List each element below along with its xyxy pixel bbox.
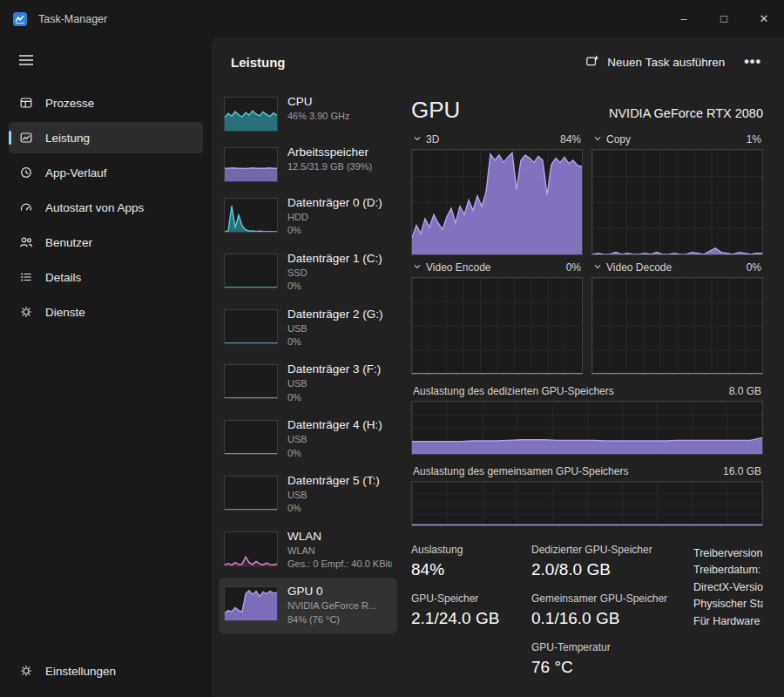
- perf-item-disk1[interactable]: Datenträger 1 (C:)SSD0%: [219, 245, 397, 301]
- disk4-mini-graph: [224, 420, 278, 455]
- sidebar-item-label: Leistung: [45, 132, 90, 145]
- services-gear-icon: [19, 305, 33, 319]
- sidebar-item-dienste[interactable]: Dienste: [9, 296, 203, 328]
- sidebar-item-label: Prozesse: [45, 97, 94, 110]
- stat-dedicated-memory: Dedizierter GPU-Speicher 2.0/8.0 GB: [531, 544, 671, 579]
- gpu-detail-panel: GPU NVIDIA GeForce RTX 2080 3D 84%: [399, 86, 784, 697]
- shared-memory-graph: [411, 481, 763, 526]
- gpu-stats: Auslastung 84% GPU-Speicher 2.1/24.0 GB …: [411, 544, 763, 690]
- history-icon: [19, 166, 33, 179]
- app-logo-icon: [12, 11, 28, 27]
- disk0-mini-graph: [224, 198, 278, 233]
- chart-video-decode-value: 0%: [747, 261, 761, 274]
- gpu-engine-charts: 3D 84% Copy 1%: [411, 127, 763, 375]
- minimize-button[interactable]: –: [664, 0, 704, 37]
- perf-item-disk2[interactable]: Datenträger 2 (G:)USB0%: [219, 301, 397, 356]
- wlan-mini-graph: [224, 531, 278, 566]
- main-panel: Leistung Neuen Task ausführen ••• CPU46%…: [212, 37, 784, 697]
- sidebar-item-label: App-Verlauf: [45, 166, 107, 179]
- perf-item-cpu[interactable]: CPU46% 3.90 GHz: [219, 88, 397, 139]
- shared-memory-label: Auslastung des gemeinsamen GPU-Speichers: [413, 465, 628, 477]
- hardware-reserved-label: Für Hardware reser...: [693, 613, 763, 630]
- perf-item-disk5[interactable]: Datenträger 5 (T:)USB0%: [219, 467, 397, 523]
- chart-video-decode-label: Video Decode: [606, 261, 672, 274]
- perf-item-memory[interactable]: Arbeitsspeicher12.5/31.9 GB (39%): [219, 139, 397, 189]
- stat-gpu-memory: GPU-Speicher 2.1/24.0 GB: [411, 592, 509, 628]
- performance-icon: [19, 131, 33, 145]
- titlebar: Task-Manager – □ ✕: [0, 0, 784, 37]
- hamburger-icon: [17, 58, 35, 71]
- chart-video-decode-graph: [591, 277, 763, 375]
- chevron-down-icon: [413, 133, 422, 145]
- sidebar-item-prozesse[interactable]: Prozesse: [9, 87, 203, 118]
- task-manager-window: Task-Manager – □ ✕ Prozesse Leistung App…: [0, 0, 784, 697]
- stat-gpu-temperature: GPU-Temperatur 76 °C: [531, 641, 671, 677]
- sidebar-item-label: Dienste: [45, 306, 85, 319]
- processes-icon: [19, 96, 33, 110]
- details-icon: [19, 270, 33, 284]
- disk2-mini-graph: [224, 309, 278, 344]
- chart-video-encode-dropdown[interactable]: Video Encode 0%: [411, 255, 583, 277]
- sidebar-item-details[interactable]: Details: [9, 261, 203, 293]
- sidebar: Prozesse Leistung App-Verlauf Autostart …: [0, 37, 212, 697]
- disk3-mini-graph: [224, 364, 278, 399]
- chart-3d-dropdown[interactable]: 3D 84%: [411, 127, 583, 149]
- maximize-button[interactable]: □: [704, 0, 744, 37]
- chevron-down-icon: [593, 261, 602, 274]
- main-header: Leistung Neuen Task ausführen •••: [212, 37, 784, 86]
- chart-3d-graph: [411, 149, 583, 255]
- chart-video-encode-graph: [411, 277, 583, 375]
- new-task-label: Neuen Task ausführen: [607, 56, 725, 69]
- perf-item-disk4[interactable]: Datenträger 4 (H:)USB0%: [219, 411, 397, 467]
- dedicated-memory-graph: [411, 401, 763, 455]
- sidebar-item-label: Einstellungen: [45, 665, 116, 678]
- stat-shared-memory: Gemeinsamer GPU-Speicher 0.1/16.0 GB: [531, 592, 671, 628]
- chart-3d-label: 3D: [426, 133, 439, 145]
- dedicated-memory-max: 8.0 GB: [729, 385, 761, 397]
- sidebar-item-einstellungen[interactable]: Einstellungen: [9, 655, 203, 687]
- sidebar-item-label: Benutzer: [45, 236, 92, 249]
- sidebar-item-app-verlauf[interactable]: App-Verlauf: [9, 157, 203, 188]
- new-task-icon: [585, 54, 599, 71]
- new-task-button[interactable]: Neuen Task ausführen: [577, 48, 733, 77]
- driver-date-label: Treiberdatum:: [693, 562, 763, 579]
- chart-copy-dropdown[interactable]: Copy 1%: [591, 127, 763, 149]
- perf-item-gpu0[interactable]: GPU 0NVIDIA GeForce R...84% (76 °C): [219, 578, 397, 633]
- ellipsis-icon: •••: [744, 54, 761, 69]
- startup-icon: [19, 200, 33, 214]
- sidebar-item-leistung[interactable]: Leistung: [9, 122, 203, 153]
- directx-version-label: DirectX-Version:: [693, 579, 763, 596]
- stat-utilization: Auslastung 84%: [411, 544, 509, 579]
- chevron-down-icon: [413, 261, 422, 274]
- perf-item-wlan[interactable]: WLANWLANGes.: 0 Empf.: 40.0 KBit/: [219, 523, 397, 579]
- chart-copy-label: Copy: [606, 133, 631, 145]
- more-options-button[interactable]: •••: [733, 51, 772, 73]
- driver-version-label: Treiberversion:: [693, 545, 763, 562]
- perf-item-disk0[interactable]: Datenträger 0 (D:)HDD0%: [219, 189, 397, 245]
- sidebar-item-benutzer[interactable]: Benutzer: [9, 227, 203, 258]
- driver-info: Treiberversion: Treiberdatum: DirectX-Ve…: [693, 544, 763, 690]
- gpu-device-name: NVIDIA GeForce RTX 2080: [609, 106, 763, 120]
- chart-copy-value: 1%: [747, 133, 761, 145]
- physical-location-label: Physischer Standort:: [693, 596, 763, 612]
- shared-memory-max: 16.0 GB: [723, 465, 761, 477]
- close-button[interactable]: ✕: [744, 0, 784, 37]
- disk5-mini-graph: [224, 476, 278, 511]
- chart-video-encode-label: Video Encode: [426, 261, 491, 274]
- users-icon: [19, 235, 33, 249]
- gpu-title: GPU: [411, 97, 609, 124]
- memory-mini-graph: [224, 147, 278, 182]
- chart-video-decode-dropdown[interactable]: Video Decode 0%: [591, 255, 763, 277]
- sidebar-item-label: Autostart von Apps: [45, 201, 144, 214]
- sidebar-item-label: Details: [45, 271, 81, 284]
- chart-copy-graph: [591, 149, 763, 255]
- disk1-mini-graph: [224, 254, 278, 288]
- menu-toggle-button[interactable]: [16, 51, 37, 71]
- performance-content: CPU46% 3.90 GHz Arbeitsspeicher12.5/31.9…: [212, 86, 784, 697]
- dedicated-memory-label: Auslastung des dedizierten GPU-Speichers: [413, 385, 614, 397]
- sidebar-item-autostart[interactable]: Autostart von Apps: [9, 192, 203, 223]
- perf-item-disk3[interactable]: Datenträger 3 (F:)USB0%: [219, 355, 397, 411]
- chart-3d-value: 84%: [560, 133, 581, 145]
- window-controls: – □ ✕: [664, 0, 784, 37]
- chart-video-encode-value: 0%: [566, 261, 581, 274]
